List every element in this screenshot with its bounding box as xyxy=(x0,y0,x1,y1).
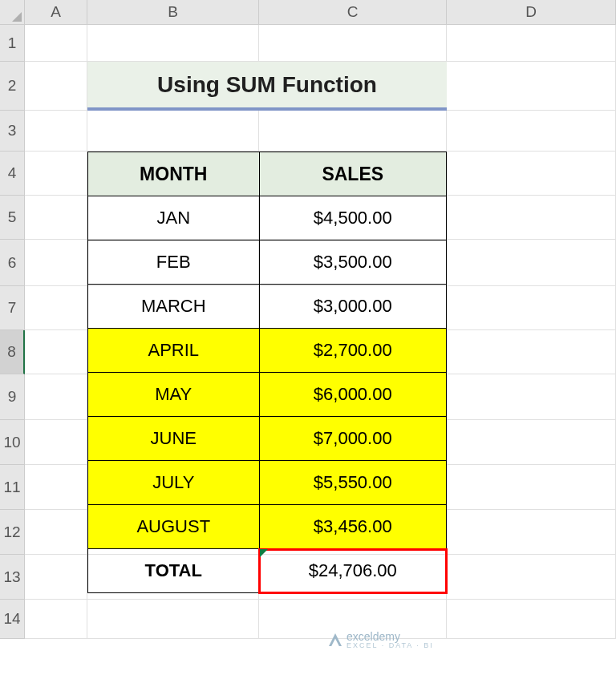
total-row: TOTAL $24,706.00 xyxy=(88,549,447,593)
row-header-11[interactable]: 11 xyxy=(0,465,25,510)
cell[interactable] xyxy=(25,25,87,62)
sales-cell[interactable]: $3,456.00 xyxy=(259,505,447,549)
col-header-a[interactable]: A xyxy=(25,0,87,25)
cell[interactable] xyxy=(25,286,87,330)
row-header-5[interactable]: 5 xyxy=(0,196,25,240)
cell[interactable] xyxy=(25,600,87,639)
row-header-2[interactable]: 2 xyxy=(0,62,25,111)
total-value[interactable]: $24,706.00 xyxy=(259,549,447,593)
cell[interactable] xyxy=(447,600,616,639)
cell[interactable] xyxy=(447,286,616,330)
cell[interactable] xyxy=(25,240,87,286)
page-title[interactable]: Using SUM Function xyxy=(87,62,447,111)
row-header-4[interactable]: 4 xyxy=(0,152,25,196)
cell[interactable] xyxy=(447,152,616,196)
cell[interactable] xyxy=(25,510,87,555)
table-row: JULY $5,550.00 xyxy=(88,461,447,505)
cell[interactable] xyxy=(25,374,87,420)
cell[interactable] xyxy=(447,555,616,600)
header-month[interactable]: MONTH xyxy=(88,152,260,196)
month-cell[interactable]: MAY xyxy=(88,373,260,417)
sales-cell[interactable]: $5,550.00 xyxy=(259,461,447,505)
cell[interactable] xyxy=(447,374,616,420)
cell[interactable] xyxy=(25,62,87,111)
total-label[interactable]: TOTAL xyxy=(88,549,260,593)
row-header-8[interactable]: 8 xyxy=(0,330,25,374)
table-row: APRIL $2,700.00 xyxy=(88,329,447,373)
cell[interactable] xyxy=(25,555,87,600)
sales-cell[interactable]: $2,700.00 xyxy=(259,329,447,373)
select-all-corner[interactable] xyxy=(0,0,25,25)
cell[interactable] xyxy=(447,420,616,465)
table-row: AUGUST $3,456.00 xyxy=(88,505,447,549)
sales-cell[interactable]: $3,500.00 xyxy=(259,240,447,285)
row-header-7[interactable]: 7 xyxy=(0,286,25,330)
cell[interactable] xyxy=(447,111,616,152)
month-cell[interactable]: AUGUST xyxy=(88,505,260,549)
col-header-b[interactable]: B xyxy=(87,0,259,25)
spreadsheet: A B C D 1 2 3 4 5 6 7 8 9 10 11 12 13 14… xyxy=(0,0,616,679)
row-header-1[interactable]: 1 xyxy=(0,25,25,62)
month-cell[interactable]: MARCH xyxy=(88,285,260,329)
row-header-10[interactable]: 10 xyxy=(0,420,25,465)
row-header-13[interactable]: 13 xyxy=(0,555,25,600)
cell[interactable] xyxy=(25,330,87,374)
cell[interactable] xyxy=(25,152,87,196)
watermark-tag: EXCEL · DATA · BI xyxy=(346,641,434,649)
cell[interactable] xyxy=(25,420,87,465)
cell[interactable] xyxy=(25,196,87,240)
watermark: exceldemy EXCEL · DATA · BI xyxy=(329,630,434,649)
table-row: JUNE $7,000.00 xyxy=(88,417,447,461)
cell[interactable] xyxy=(259,111,447,152)
col-header-c[interactable]: C xyxy=(259,0,447,25)
cell[interactable] xyxy=(447,25,616,62)
cell[interactable] xyxy=(87,600,259,639)
cell[interactable] xyxy=(259,25,447,62)
header-sales[interactable]: SALES xyxy=(259,152,447,196)
table-row: FEB $3,500.00 xyxy=(88,240,447,285)
cell[interactable] xyxy=(447,465,616,510)
cell[interactable] xyxy=(447,240,616,286)
sales-table: MONTH SALES JAN $4,500.00 FEB $3,500.00 … xyxy=(87,152,447,593)
table-row: MARCH $3,000.00 xyxy=(88,285,447,329)
cell[interactable] xyxy=(447,330,616,374)
month-cell[interactable]: APRIL xyxy=(88,329,260,373)
cell[interactable] xyxy=(25,111,87,152)
cell[interactable] xyxy=(87,111,259,152)
sales-cell[interactable]: $7,000.00 xyxy=(259,417,447,461)
col-header-d[interactable]: D xyxy=(447,0,616,25)
sales-cell[interactable]: $3,000.00 xyxy=(259,285,447,329)
row-header-14[interactable]: 14 xyxy=(0,600,25,639)
month-cell[interactable]: JAN xyxy=(88,196,260,240)
cell[interactable] xyxy=(447,510,616,555)
sales-cell[interactable]: $4,500.00 xyxy=(259,196,447,240)
row-header-3[interactable]: 3 xyxy=(0,111,25,152)
watermark-logo-icon xyxy=(329,633,342,646)
row-header-9[interactable]: 9 xyxy=(0,374,25,420)
column-headers: A B C D xyxy=(25,0,616,25)
cell[interactable] xyxy=(447,196,616,240)
cell[interactable] xyxy=(447,62,616,111)
table-row: JAN $4,500.00 xyxy=(88,196,447,240)
row-headers: 1 2 3 4 5 6 7 8 9 10 11 12 13 14 xyxy=(0,25,25,639)
cell[interactable] xyxy=(87,25,259,62)
table-row: MAY $6,000.00 xyxy=(88,373,447,417)
row-header-6[interactable]: 6 xyxy=(0,240,25,286)
row-header-12[interactable]: 12 xyxy=(0,510,25,555)
sales-cell[interactable]: $6,000.00 xyxy=(259,373,447,417)
month-cell[interactable]: FEB xyxy=(88,240,260,285)
cell[interactable] xyxy=(25,465,87,510)
month-cell[interactable]: JUNE xyxy=(88,417,260,461)
month-cell[interactable]: JULY xyxy=(88,461,260,505)
